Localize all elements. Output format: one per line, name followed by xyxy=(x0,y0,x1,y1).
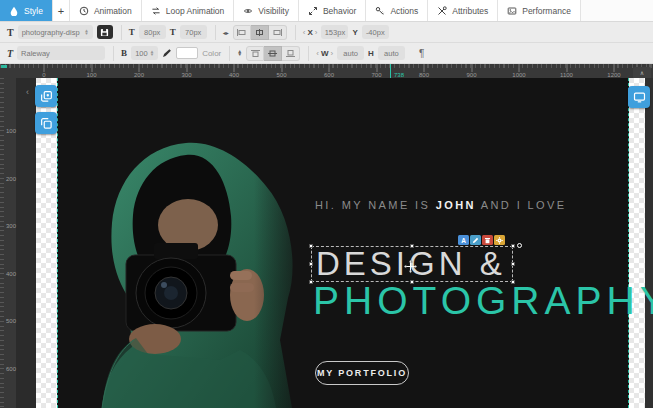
move-cursor-icon xyxy=(403,259,418,274)
v-ruler-label: 600 xyxy=(6,366,16,372)
font-family-select[interactable]: Raleway xyxy=(17,46,105,60)
design-canvas[interactable]: 100200300400500600 xyxy=(0,78,653,408)
h-ruler-label: 1200 xyxy=(607,72,620,78)
tools-icon xyxy=(437,6,447,16)
h-ruler-label: 0 xyxy=(42,72,45,78)
add-tab-button[interactable]: + xyxy=(53,0,70,21)
resize-handle-top-left[interactable] xyxy=(309,244,313,248)
resize-handle-middle-right[interactable] xyxy=(511,262,515,266)
inspector-row-1: T photography-disp ▲▼ T 80px T 70px ◂▸ X… xyxy=(0,22,653,43)
image-icon xyxy=(507,6,517,16)
horizontal-ruler[interactable]: 738 ∧ 0100200300400500600700800900100011… xyxy=(0,64,653,78)
x-position-label: X xyxy=(303,28,318,37)
ruler-collapse-tab[interactable]: ∧ xyxy=(633,67,651,78)
font-family-icon: T xyxy=(7,48,13,59)
resize-handle-middle-left[interactable] xyxy=(309,262,313,266)
valign-bottom-button[interactable] xyxy=(282,46,300,61)
color-label: Color xyxy=(202,49,221,58)
text-style-icon: T xyxy=(7,27,14,38)
gear-icon xyxy=(496,237,503,244)
pages-button[interactable] xyxy=(35,112,57,134)
hero-heading-photography[interactable]: PHOTOGRAPHY xyxy=(313,281,653,321)
paragraph-settings-icon[interactable]: ¶ xyxy=(419,48,424,59)
tab-attributes[interactable]: Attributes xyxy=(428,0,498,21)
pages-icon xyxy=(40,117,53,130)
font-family-value: Raleway xyxy=(21,49,50,58)
align-left-button[interactable] xyxy=(233,25,251,40)
my-portfolio-button[interactable]: MY PORTFOLIO xyxy=(315,361,409,385)
add-tab-icon: + xyxy=(58,5,64,17)
right-scroll-track[interactable] xyxy=(645,78,653,408)
divider xyxy=(229,46,230,61)
resize-handle-top-middle[interactable] xyxy=(410,244,414,248)
v-ruler-label: 200 xyxy=(6,176,16,182)
resize-handle-top-right[interactable] xyxy=(511,244,515,248)
preview-button[interactable] xyxy=(628,86,650,108)
color-swatch[interactable] xyxy=(176,47,198,59)
align-right-button[interactable] xyxy=(269,25,287,40)
font-weight-icon: B xyxy=(121,48,127,58)
mini-delete-button[interactable] xyxy=(482,235,493,245)
v-ruler-label: 300 xyxy=(6,223,16,229)
font-size-input[interactable]: 80px xyxy=(139,25,166,39)
intro-suffix: AND I LOVE xyxy=(476,199,567,211)
x-position-input[interactable]: 153px xyxy=(321,25,348,39)
tab-actions-label: Actions xyxy=(390,6,418,16)
tab-behavior[interactable]: Behavior xyxy=(299,0,367,21)
panel-collapse-icon[interactable]: ‹ xyxy=(26,87,29,97)
expand-arrows-icon xyxy=(308,6,318,16)
mini-settings-button[interactable] xyxy=(494,235,505,245)
tab-bar-filler xyxy=(581,0,653,21)
v-ruler-label: 500 xyxy=(6,318,16,324)
page-margin-right xyxy=(629,78,645,408)
tab-visibility-label: Visibility xyxy=(258,6,289,16)
divider xyxy=(113,46,114,61)
pencil-icon xyxy=(472,237,479,244)
line-height-input[interactable]: 70px xyxy=(180,25,207,39)
tab-actions[interactable]: Actions xyxy=(366,0,428,21)
add-element-button[interactable] xyxy=(35,85,57,107)
valign-top-button[interactable] xyxy=(246,46,264,61)
font-weight-select[interactable]: 100 ▲▼ xyxy=(131,46,158,60)
tab-animation-label: Animation xyxy=(94,6,132,16)
y-position-label: Y xyxy=(352,28,357,37)
align-center-button[interactable] xyxy=(251,25,269,40)
height-input[interactable]: auto xyxy=(378,46,405,60)
h-ruler-label: 900 xyxy=(466,72,476,78)
selection-mini-toolbar: A xyxy=(458,235,505,245)
mini-edit-button[interactable] xyxy=(470,235,481,245)
width-input[interactable]: auto xyxy=(337,46,364,60)
font-weight-value: 100 xyxy=(135,49,148,58)
height-label: H xyxy=(368,49,374,58)
ruler-origin-marker xyxy=(1,65,7,68)
mini-text-style-button[interactable]: A xyxy=(458,235,469,245)
tab-style[interactable]: Style xyxy=(0,0,53,21)
divider xyxy=(121,25,122,40)
h-ruler-label: 1000 xyxy=(512,72,525,78)
tab-loop-animation[interactable]: Loop Animation xyxy=(142,0,235,21)
clock-icon xyxy=(79,6,89,16)
valign-middle-button[interactable] xyxy=(264,46,282,61)
select-stepper-icon: ▲▼ xyxy=(150,50,154,57)
divider xyxy=(215,25,216,40)
tab-animation[interactable]: Animation xyxy=(70,0,142,21)
text-style-value: photography-disp xyxy=(22,28,80,37)
y-position-input[interactable]: -40px xyxy=(362,25,389,39)
font-size-icon: T xyxy=(129,27,135,37)
tab-performance[interactable]: Performance xyxy=(498,0,581,21)
tab-visibility[interactable]: Visibility xyxy=(234,0,299,21)
letter-a-icon: A xyxy=(461,237,466,244)
save-style-button[interactable] xyxy=(97,25,113,39)
v-stepper-icon[interactable]: ▲▼ xyxy=(237,50,242,57)
loop-icon xyxy=(151,6,161,16)
hero-intro-text: HI. MY NAME IS JOHN AND I LOVE xyxy=(315,199,567,211)
eyedropper-icon[interactable] xyxy=(162,48,172,58)
cursor-x-marker xyxy=(390,64,391,78)
vertical-ruler[interactable]: 100200300400500600 xyxy=(0,78,16,408)
text-style-select[interactable]: photography-disp ▲▼ xyxy=(18,25,93,39)
rotate-handle[interactable] xyxy=(517,243,522,248)
hero-photo xyxy=(58,133,314,408)
intro-prefix: HI. MY NAME IS xyxy=(315,199,436,211)
hero-section[interactable]: HI. MY NAME IS JOHN AND I LOVE A DESIGN … xyxy=(57,78,629,408)
inspector-row-2: T Raleway B 100 ▲▼ Color ▲▼ W auto H aut… xyxy=(0,43,653,64)
